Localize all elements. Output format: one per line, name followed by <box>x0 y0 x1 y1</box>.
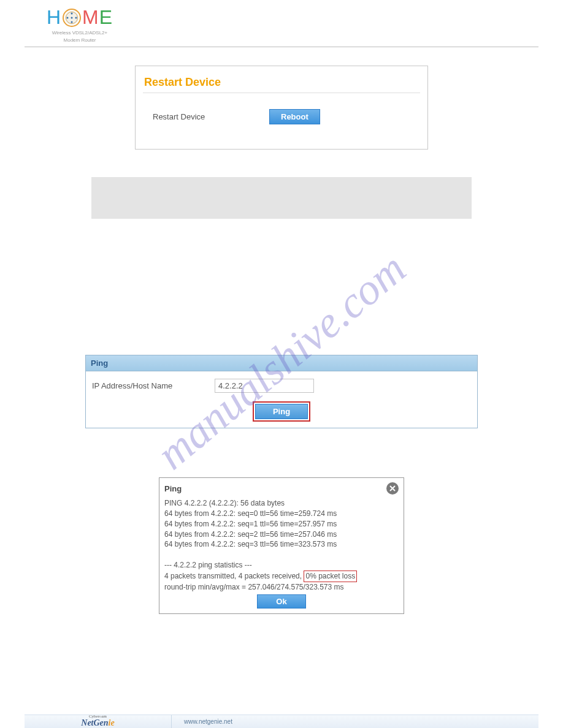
brand-logo: H M E Wireless VDSL2/ADSL2+ Modem Router <box>40 6 120 43</box>
logo-letter-e: E <box>99 6 113 29</box>
reboot-button[interactable]: Reboot <box>269 109 320 124</box>
restart-device-panel: Restart Device Restart Device Reboot <box>135 66 428 150</box>
ip-address-input[interactable] <box>215 379 314 393</box>
ping-button[interactable]: Ping <box>255 404 308 419</box>
ping-result-dialog: Ping PING 4.2.2.2 (4.2.2.2): 56 data byt… <box>159 477 404 614</box>
ping-panel-title: Ping <box>86 355 477 371</box>
ok-button[interactable]: Ok <box>257 594 305 609</box>
ping-button-highlight: Ping <box>253 401 310 422</box>
logo-letter-h: H <box>47 6 61 29</box>
restart-divider <box>143 93 420 93</box>
restart-label: Restart Device <box>153 112 269 121</box>
logo-letter-o-icon <box>63 9 81 27</box>
logo-letter-m: M <box>82 6 99 29</box>
close-icon[interactable] <box>386 482 399 495</box>
stats-pre: 4 packets transmitted, 4 packets receive… <box>164 572 304 580</box>
info-bar <box>91 177 472 219</box>
footer-brand: NetGenie <box>81 718 114 727</box>
result-line: 64 bytes from 4.2.2.2: seq=2 ttl=56 time… <box>164 529 399 540</box>
result-stats-header: --- 4.2.2.2 ping statistics --- <box>164 560 399 571</box>
ping-panel: Ping IP Address/Host Name Ping <box>85 355 478 428</box>
packet-loss-highlight: 0% packet loss <box>304 571 357 582</box>
result-line: 64 bytes from 4.2.2.2: seq=3 ttl=56 time… <box>164 539 399 550</box>
footer-logo: Cyberoam NetGenie <box>25 715 172 727</box>
header-divider <box>25 47 538 47</box>
ping-result-title: Ping <box>164 484 182 493</box>
logo-subtitle-2: Modem Router <box>64 37 96 44</box>
ping-result-body: PING 4.2.2.2 (4.2.2.2): 56 data bytes 64… <box>164 498 399 592</box>
result-stats-line: 4 packets transmitted, 4 packets receive… <box>164 571 399 582</box>
result-line: 64 bytes from 4.2.2.2: seq=0 ttl=56 time… <box>164 509 399 519</box>
result-line: PING 4.2.2.2 (4.2.2.2): 56 data bytes <box>164 498 399 509</box>
result-line: 64 bytes from 4.2.2.2: seq=1 ttl=56 time… <box>164 519 399 529</box>
page-footer: Cyberoam NetGenie www.netgenie.net <box>25 715 538 728</box>
restart-title: Restart Device <box>143 76 420 93</box>
logo-subtitle-1: Wireless VDSL2/ADSL2+ <box>52 30 107 36</box>
footer-url: www.netgenie.net <box>172 718 232 725</box>
ip-address-label: IP Address/Host Name <box>92 381 215 390</box>
result-rtt-line: round-trip min/avg/max = 257.046/274.575… <box>164 582 399 593</box>
